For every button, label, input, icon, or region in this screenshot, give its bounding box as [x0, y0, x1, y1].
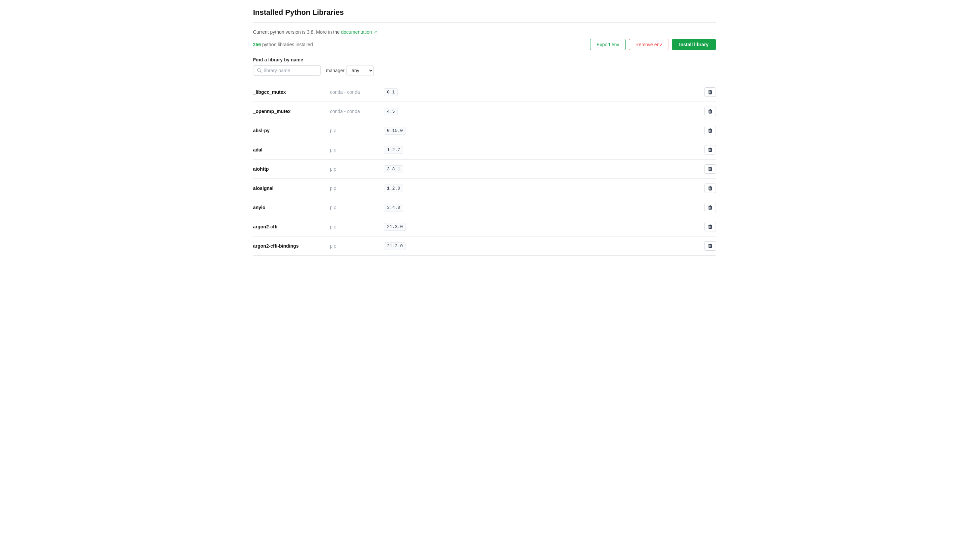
count-label: python libraries installed — [262, 42, 313, 47]
library-manager: pip — [327, 121, 381, 140]
library-actions — [696, 83, 716, 102]
version-text: Current python version is 3.8. More in t… — [253, 29, 340, 35]
delete-library-button[interactable] — [704, 183, 716, 193]
library-version-cell: 3.8.1 — [381, 160, 696, 179]
trash-icon — [708, 128, 713, 133]
table-row: argon2-cffi pip 21.3.0 — [253, 217, 716, 236]
remove-env-button[interactable]: Remove env — [629, 39, 668, 50]
install-library-button[interactable]: Install library — [672, 39, 716, 50]
library-manager: conda - conda — [327, 102, 381, 121]
table-row: aiohttp pip 3.8.1 — [253, 160, 716, 179]
page-title: Installed Python Libraries — [253, 8, 716, 17]
library-version-cell: 1.2.7 — [381, 140, 696, 160]
library-version-cell: 0.1 — [381, 83, 696, 102]
search-input[interactable] — [264, 68, 317, 73]
library-version: 4.5 — [384, 108, 398, 115]
library-manager: pip — [327, 140, 381, 160]
trash-icon — [708, 205, 713, 210]
library-name: absl-py — [253, 121, 327, 140]
delete-library-button[interactable] — [704, 87, 716, 97]
library-version-cell: 21.2.0 — [381, 236, 696, 256]
library-manager: pip — [327, 217, 381, 236]
trash-icon — [708, 186, 713, 191]
library-actions — [696, 217, 716, 236]
library-version-cell: 4.5 — [381, 102, 696, 121]
export-env-button[interactable]: Export env — [590, 39, 626, 50]
search-icon — [257, 68, 262, 73]
library-manager: pip — [327, 198, 381, 217]
table-row: _openmp_mutex conda - conda 4.5 — [253, 102, 716, 121]
library-actions — [696, 198, 716, 217]
library-version: 3.8.1 — [384, 165, 403, 173]
library-manager: pip — [327, 160, 381, 179]
library-actions — [696, 140, 716, 160]
library-version-cell: 1.2.0 — [381, 179, 696, 198]
library-name: _openmp_mutex — [253, 102, 327, 121]
table-row: anyio pip 3.4.0 — [253, 198, 716, 217]
library-name: aiohttp — [253, 160, 327, 179]
search-section: Find a library by name manager any pip c… — [253, 57, 716, 76]
manager-select[interactable]: any pip conda — [346, 65, 374, 76]
table-row: absl-py pip 0.15.0 — [253, 121, 716, 140]
count-number: 256 — [253, 42, 261, 47]
search-input-wrapper — [253, 65, 321, 76]
library-version-cell: 21.3.0 — [381, 217, 696, 236]
manager-label: manager — [326, 68, 345, 73]
library-manager: pip — [327, 236, 381, 256]
library-name: aiosignal — [253, 179, 327, 198]
trash-icon — [708, 243, 713, 249]
trash-icon — [708, 109, 713, 114]
library-actions — [696, 160, 716, 179]
library-name: _libgcc_mutex — [253, 83, 327, 102]
libraries-table: _libgcc_mutex conda - conda 0.1 _openmp_… — [253, 83, 716, 256]
library-version: 1.2.7 — [384, 146, 403, 154]
trash-icon — [708, 166, 713, 172]
library-actions — [696, 121, 716, 140]
library-actions — [696, 236, 716, 256]
action-buttons: Export env Remove env Install library — [590, 39, 716, 50]
library-actions — [696, 179, 716, 198]
python-version-info: Current python version is 3.8. More in t… — [253, 29, 716, 35]
library-version: 1.2.0 — [384, 184, 403, 192]
documentation-link[interactable]: documentation ↗ — [341, 29, 378, 35]
library-name: adal — [253, 140, 327, 160]
search-label: Find a library by name — [253, 57, 716, 62]
library-actions — [696, 102, 716, 121]
library-version: 0.15.0 — [384, 127, 406, 135]
delete-library-button[interactable] — [704, 241, 716, 251]
library-version-cell: 0.15.0 — [381, 121, 696, 140]
library-version: 3.4.0 — [384, 204, 403, 211]
table-row: aiosignal pip 1.2.0 — [253, 179, 716, 198]
library-manager: conda - conda — [327, 83, 381, 102]
table-row: adal pip 1.2.7 — [253, 140, 716, 160]
table-row: argon2-cffi-bindings pip 21.2.0 — [253, 236, 716, 256]
library-name: argon2-cffi — [253, 217, 327, 236]
search-row: manager any pip conda — [253, 65, 716, 76]
delete-library-button[interactable] — [704, 145, 716, 155]
libraries-count: 256 python libraries installed — [253, 42, 313, 47]
trash-icon — [708, 224, 713, 229]
library-version: 21.2.0 — [384, 242, 406, 250]
delete-library-button[interactable] — [704, 203, 716, 212]
trash-icon — [708, 147, 713, 153]
library-name: argon2-cffi-bindings — [253, 236, 327, 256]
delete-library-button[interactable] — [704, 222, 716, 231]
trash-icon — [708, 90, 713, 95]
library-version: 0.1 — [384, 88, 398, 96]
page-header: Installed Python Libraries — [253, 8, 716, 23]
delete-library-button[interactable] — [704, 164, 716, 174]
actions-row: 256 python libraries installed Export en… — [253, 39, 716, 50]
delete-library-button[interactable] — [704, 126, 716, 135]
delete-library-button[interactable] — [704, 106, 716, 116]
manager-wrapper: manager any pip conda — [326, 65, 374, 76]
library-manager: pip — [327, 179, 381, 198]
library-name: anyio — [253, 198, 327, 217]
table-row: _libgcc_mutex conda - conda 0.1 — [253, 83, 716, 102]
library-version: 21.3.0 — [384, 223, 406, 231]
library-version-cell: 3.4.0 — [381, 198, 696, 217]
